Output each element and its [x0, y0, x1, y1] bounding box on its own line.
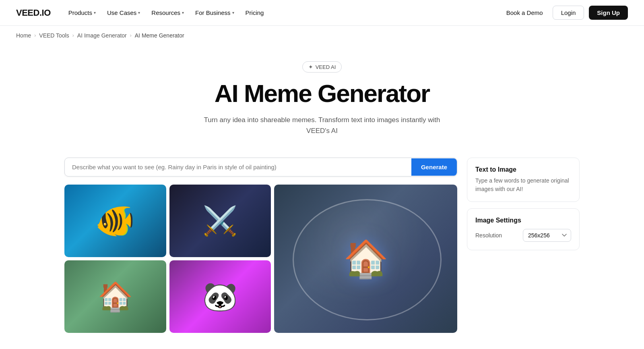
text-to-image-title: Text to Image	[475, 166, 571, 173]
nav-links: Products ▾ Use Cases ▾ Resources ▾ For B…	[64, 6, 269, 19]
chevron-down-icon: ▾	[232, 10, 234, 15]
book-demo-link[interactable]: Book a Demo	[502, 6, 548, 19]
signup-button[interactable]: Sign Up	[589, 6, 628, 20]
login-button[interactable]: Login	[553, 6, 584, 20]
logo[interactable]: VEED.IO	[16, 8, 51, 18]
hero-subtitle: Turn any idea into shareable memes. Tran…	[201, 114, 443, 136]
nav-for-business[interactable]: For Business ▾	[190, 6, 239, 19]
grid-image-panda[interactable]	[169, 260, 271, 333]
grid-image-house[interactable]	[64, 260, 166, 333]
page-title: AI Meme Generator	[215, 80, 430, 107]
nav-left: VEED.IO Products ▾ Use Cases ▾ Resources…	[16, 6, 268, 19]
left-panel: Generate	[64, 158, 457, 333]
resolution-select[interactable]: 256x256 512x512 1024x1024	[523, 229, 571, 242]
nav-products[interactable]: Products ▾	[64, 6, 101, 19]
resolution-label: Resolution	[475, 232, 502, 239]
sparkle-icon: ✦	[308, 64, 313, 70]
main-content: Generate Text to Image Type a few words …	[40, 146, 604, 349]
search-bar: Generate	[64, 158, 457, 177]
generate-button[interactable]: Generate	[411, 158, 457, 176]
breadcrumb-sep-2: ›	[72, 33, 74, 38]
image-grid	[64, 185, 457, 333]
grid-image-sphere[interactable]	[274, 185, 457, 333]
breadcrumb-current: AI Meme Generator	[135, 32, 184, 39]
breadcrumb: Home › VEED Tools › AI Image Generator ›…	[0, 26, 644, 45]
breadcrumb-ai-image-gen[interactable]: AI Image Generator	[77, 32, 127, 39]
veed-ai-badge: ✦ VEED AI	[302, 61, 342, 73]
breadcrumb-veed-tools[interactable]: VEED Tools	[39, 32, 69, 39]
chevron-down-icon: ▾	[182, 10, 184, 15]
nav-use-cases[interactable]: Use Cases ▾	[102, 6, 145, 19]
breadcrumb-sep-1: ›	[34, 33, 36, 38]
navbar: VEED.IO Products ▾ Use Cases ▾ Resources…	[0, 0, 644, 26]
breadcrumb-home[interactable]: Home	[16, 32, 31, 39]
resolution-row: Resolution 256x256 512x512 1024x1024	[475, 229, 571, 242]
nav-resources[interactable]: Resources ▾	[147, 6, 189, 19]
grid-image-fish[interactable]	[64, 185, 166, 257]
grid-image-warrior[interactable]	[169, 185, 271, 257]
image-settings-title: Image Settings	[475, 217, 571, 224]
prompt-input[interactable]	[65, 158, 411, 176]
nav-right: Book a Demo Login Sign Up	[502, 6, 628, 20]
right-panel: Text to Image Type a few words to genera…	[467, 158, 580, 250]
image-settings-card: Image Settings Resolution 256x256 512x51…	[467, 208, 580, 250]
text-to-image-desc: Type a few words to generate original im…	[475, 177, 571, 193]
nav-pricing[interactable]: Pricing	[241, 6, 269, 19]
hero-section: ✦ VEED AI AI Meme Generator Turn any ide…	[0, 45, 644, 146]
text-to-image-card: Text to Image Type a few words to genera…	[467, 158, 580, 202]
chevron-down-icon: ▾	[138, 10, 140, 15]
breadcrumb-sep-3: ›	[130, 33, 132, 38]
chevron-down-icon: ▾	[94, 10, 96, 15]
